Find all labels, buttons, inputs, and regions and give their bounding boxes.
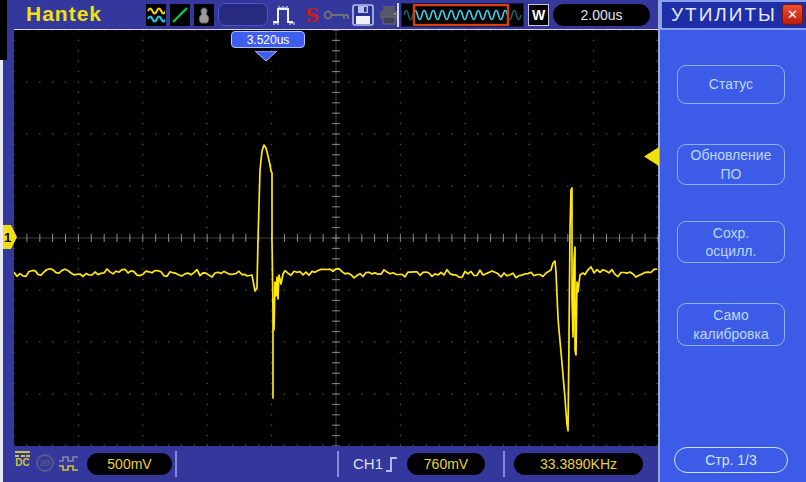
bandwidth-limit-icon[interactable]: 20 (36, 454, 54, 472)
statusbar-separator (337, 451, 339, 477)
trigger-edge-icon[interactable] (384, 453, 400, 475)
trigger-position-marker[interactable] (254, 48, 278, 66)
page-indicator-button[interactable]: Стр. 1/3 (674, 447, 788, 473)
channels-icon-glyph (147, 5, 165, 25)
utilities-panel: УТИЛИТЫ ✕ Статус Обновление ПО Сохр. осц… (658, 0, 806, 482)
key-lock-icon[interactable] (323, 4, 351, 26)
status-button[interactable]: Статус (677, 65, 785, 104)
frequency-counter-readout: 33.3890KHz (514, 453, 643, 475)
channels-icon[interactable] (146, 4, 166, 26)
trigger-source-label[interactable]: CH1 (353, 455, 383, 472)
coupling-dc-icon[interactable]: DC (15, 451, 30, 468)
trigger-level-readout: 760mV (407, 453, 485, 475)
status-bar: DC 20 500mV CH1 760mV 33.3890KHz (0, 446, 658, 482)
trigger-position-readout[interactable]: 3.520us (231, 31, 305, 48)
coupling-line-solid (15, 451, 30, 453)
pulse-measure-icon[interactable] (271, 4, 297, 26)
statusbar-separator (175, 451, 177, 477)
line-draw-icon[interactable] (170, 4, 190, 26)
close-button[interactable]: ✕ (782, 4, 803, 25)
statusbar-separator (503, 451, 505, 477)
top-toolbar: Hantek S (0, 0, 658, 30)
preview-waveform-glyph (402, 4, 523, 26)
scope-display (14, 29, 658, 446)
window-corner (0, 0, 7, 60)
waveform-preview[interactable] (401, 3, 524, 27)
oscilloscope-app: Hantek S (0, 0, 806, 482)
coupling-label: DC (15, 458, 29, 468)
self-calibration-button[interactable]: Само калибровка (677, 303, 785, 346)
volts-per-div-readout: 500mV (87, 453, 172, 475)
save-icon[interactable] (351, 4, 375, 26)
empty-slot-box[interactable] (218, 3, 268, 26)
hand-icon-glyph (195, 5, 213, 25)
window-zoom-button[interactable]: W (528, 4, 549, 26)
filter-waveform-icon[interactable] (58, 455, 82, 473)
channel1-marker-number: 1 (4, 230, 11, 245)
panel-title: УТИЛИТЫ (662, 4, 777, 26)
key-icon-glyph (323, 8, 351, 22)
brand-logo: Hantek (26, 2, 102, 26)
channel1-marker[interactable]: 1 (1, 225, 18, 253)
save-waveform-button[interactable]: Сохр. осцилл. (677, 221, 785, 263)
pulse-icon-glyph (271, 4, 297, 26)
timebase-readout: 2.00us (553, 4, 650, 26)
line-icon-glyph (171, 5, 189, 25)
firmware-update-button[interactable]: Обновление ПО (677, 144, 785, 185)
scope-canvas (14, 30, 658, 446)
save-icon-glyph (352, 4, 374, 26)
close-icon: ✕ (787, 7, 798, 22)
toolbar-separator (397, 3, 399, 27)
window-edge (0, 60, 3, 482)
hand-icon[interactable] (194, 4, 214, 26)
trigger-level-marker[interactable] (644, 147, 659, 170)
single-seq-icon[interactable]: S (303, 4, 321, 26)
